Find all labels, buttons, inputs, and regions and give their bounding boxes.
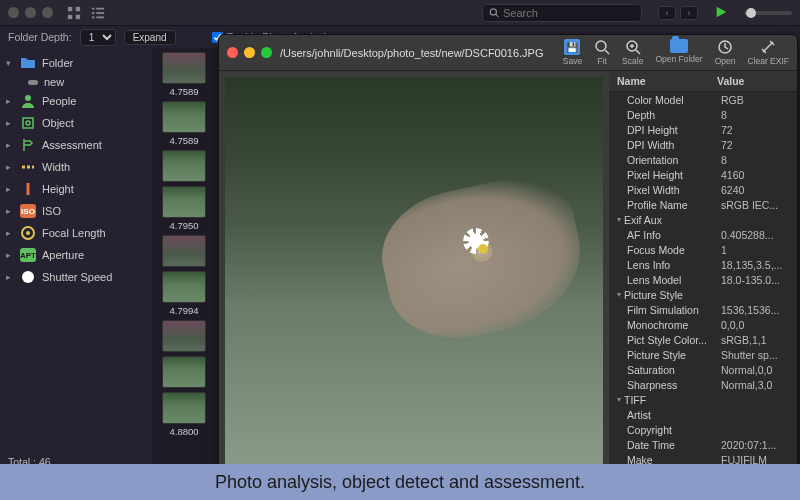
- exif-group-header[interactable]: ▾Exif Aux: [609, 212, 797, 227]
- nav-back-button[interactable]: ‹: [658, 6, 676, 20]
- exif-row[interactable]: Depth8: [609, 107, 797, 122]
- exif-row[interactable]: DPI Height72: [609, 122, 797, 137]
- sidebar-item-folder[interactable]: ▾Folder: [0, 52, 152, 74]
- nav-forward-button[interactable]: ›: [680, 6, 698, 20]
- scale-button[interactable]: Scale: [622, 39, 643, 66]
- minimize-icon[interactable]: [244, 47, 255, 58]
- thumbnail-item[interactable]: [152, 235, 216, 267]
- thumbnail-image: [162, 150, 206, 182]
- disclosure-icon: ▸: [6, 206, 14, 216]
- thumbnail-item[interactable]: [152, 356, 216, 388]
- preview-window: /Users/johnli/Desktop/photo_test/new/DSC…: [218, 34, 798, 472]
- exif-group-header[interactable]: ▾TIFF: [609, 392, 797, 407]
- sidebar-item-aperture[interactable]: ▸APTAperture: [0, 244, 152, 266]
- grid-view-icon[interactable]: [67, 6, 81, 20]
- thumbnail-item[interactable]: [152, 320, 216, 352]
- exif-row[interactable]: Color ModelRGB: [609, 92, 797, 107]
- search-field[interactable]: [482, 4, 642, 22]
- exif-header: Name Value: [609, 71, 797, 92]
- exif-row[interactable]: Lens Model18.0-135.0...: [609, 272, 797, 287]
- exif-name: Depth: [627, 109, 721, 121]
- exif-value: 0.405288...: [721, 229, 793, 241]
- sidebar-item-object[interactable]: ▸Object: [0, 112, 152, 134]
- sidebar-item-label: Aperture: [42, 249, 84, 261]
- maximize-icon[interactable]: [261, 47, 272, 58]
- exif-value: 4160: [721, 169, 793, 181]
- thumbnail-item[interactable]: 4.7950: [152, 186, 216, 231]
- svg-rect-0: [68, 6, 72, 10]
- exif-row[interactable]: Pixel Width6240: [609, 182, 797, 197]
- thumbnail-item[interactable]: 4.7589: [152, 101, 216, 146]
- exif-row[interactable]: Orientation8: [609, 152, 797, 167]
- traffic-lights: [8, 7, 53, 18]
- sidebar-item-height[interactable]: ▸Height: [0, 178, 152, 200]
- folder-icon: [670, 39, 688, 53]
- bullet-icon: [28, 80, 38, 85]
- sidebar-item-assessment[interactable]: ▸Assessment: [0, 134, 152, 156]
- exif-row[interactable]: Artist: [609, 407, 797, 422]
- minimize-icon[interactable]: [25, 7, 36, 18]
- fit-button[interactable]: Fit: [594, 39, 610, 66]
- exif-row[interactable]: Monochrome0,0,0: [609, 317, 797, 332]
- width-icon: [20, 159, 36, 175]
- exif-row[interactable]: SharpnessNormal,3,0: [609, 377, 797, 392]
- thumbnail-item[interactable]: 4.7994: [152, 271, 216, 316]
- thumbnail-item[interactable]: 4.7589: [152, 52, 216, 97]
- image-preview[interactable]: [219, 71, 609, 471]
- close-icon[interactable]: [227, 47, 238, 58]
- zoom-slider[interactable]: [744, 11, 792, 15]
- disclosure-icon: ▸: [6, 118, 14, 128]
- open-button[interactable]: Open: [715, 39, 736, 66]
- exif-row[interactable]: Focus Mode1: [609, 242, 797, 257]
- exif-row[interactable]: AF Info0.405288...: [609, 227, 797, 242]
- search-input[interactable]: [503, 7, 635, 19]
- exif-row[interactable]: Picture StyleShutter sp...: [609, 347, 797, 362]
- sidebar-item-label: Height: [42, 183, 74, 195]
- play-button[interactable]: [714, 5, 728, 21]
- list-view-icon[interactable]: [91, 6, 105, 20]
- sidebar-item-iso[interactable]: ▸ISOISO: [0, 200, 152, 222]
- exif-row[interactable]: Film Simulation1536,1536...: [609, 302, 797, 317]
- svg-line-11: [496, 14, 498, 16]
- disclosure-icon: ▸: [6, 140, 14, 150]
- exif-row[interactable]: Lens Info18,135,3.5,...: [609, 257, 797, 272]
- exif-row[interactable]: Date Time2020:07:1...: [609, 437, 797, 452]
- clear-exif-button[interactable]: Clear EXIF: [747, 39, 789, 66]
- folder-depth-select[interactable]: 1: [80, 29, 116, 46]
- expand-button[interactable]: Expand: [124, 30, 176, 45]
- people-icon: [20, 93, 36, 109]
- assessment-icon: [20, 137, 36, 153]
- aperture-icon: APT: [20, 247, 36, 263]
- maximize-icon[interactable]: [42, 7, 53, 18]
- exif-row[interactable]: Copyright: [609, 422, 797, 437]
- exif-row[interactable]: Pict Style Color...sRGB,1,1: [609, 332, 797, 347]
- sidebar-item-shutter[interactable]: ▸Shutter Speed: [0, 266, 152, 288]
- sidebar-item-people[interactable]: ▸People: [0, 90, 152, 112]
- sidebar-item-label: Assessment: [42, 139, 102, 151]
- svg-line-25: [636, 50, 640, 54]
- thumbnail-item[interactable]: 4.8800: [152, 392, 216, 437]
- sidebar-child-item[interactable]: new: [0, 74, 152, 90]
- exif-value: RGB: [721, 94, 793, 106]
- sidebar-item-focal[interactable]: ▸Focal Length: [0, 222, 152, 244]
- open-folder-button[interactable]: Open Folder: [655, 39, 702, 66]
- close-icon[interactable]: [8, 7, 19, 18]
- save-button[interactable]: 💾 Save: [563, 39, 582, 66]
- preview-traffic-lights: [227, 47, 272, 58]
- view-mode-icons: [67, 6, 105, 20]
- exif-name: Sharpness: [627, 379, 721, 391]
- thumbnail-item[interactable]: [152, 150, 216, 182]
- exif-row[interactable]: DPI Width72: [609, 137, 797, 152]
- svg-rect-3: [76, 14, 80, 18]
- exif-group-header[interactable]: ▾Picture Style: [609, 287, 797, 302]
- thumbnail-image: [162, 356, 206, 388]
- exif-name: Artist: [627, 409, 721, 421]
- sidebar-item-width[interactable]: ▸Width: [0, 156, 152, 178]
- exif-value: [721, 424, 793, 436]
- thumbnail-image: [162, 271, 206, 303]
- exif-row[interactable]: Profile NamesRGB IEC...: [609, 197, 797, 212]
- exif-row[interactable]: SaturationNormal,0,0: [609, 362, 797, 377]
- exif-row[interactable]: Pixel Height4160: [609, 167, 797, 182]
- exif-name: Pixel Width: [627, 184, 721, 196]
- preview-toolbar: 💾 Save Fit Scale Open Folder Open: [563, 39, 789, 66]
